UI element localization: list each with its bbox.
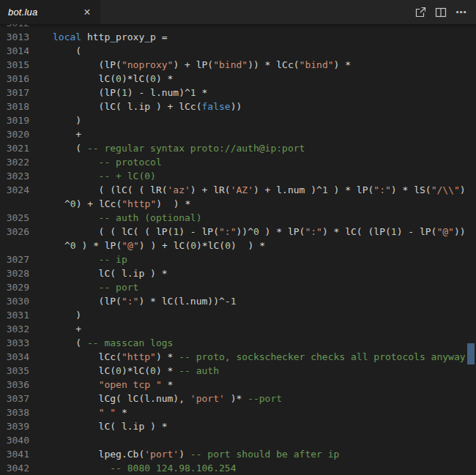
line-number: 3037 bbox=[0, 392, 29, 405]
code-line[interactable]: ^0 ) * lP("@") ) + lC(0)*lC(0) ) * bbox=[0, 239, 476, 253]
line-number: 3035 bbox=[0, 364, 29, 378]
line-number: 3012 bbox=[0, 24, 29, 30]
scrollbar[interactable] bbox=[466, 24, 476, 475]
line-number bbox=[0, 239, 29, 253]
line-number: 3041 bbox=[0, 447, 29, 461]
code-line[interactable]: 3026 ( ( lC( ( lP(1) - lP(":"))^0 ) * lP… bbox=[0, 225, 476, 239]
code-text: -- 8080 124.98.106.254 bbox=[53, 461, 236, 475]
tab-bot-lua[interactable]: bot.lua × bbox=[0, 0, 100, 24]
code-line[interactable]: 3038 " " * bbox=[0, 405, 476, 419]
code-text: -- auth (optional) bbox=[53, 211, 202, 225]
line-number bbox=[0, 197, 29, 211]
code-text: lC( l.ip ) * bbox=[53, 266, 168, 280]
code-area: 30123013local http_proxy_p =3014 (3015 (… bbox=[0, 24, 476, 475]
line-number: 3036 bbox=[0, 378, 29, 392]
code-text: lC( l.ip ) * bbox=[53, 419, 168, 433]
code-text: ) bbox=[53, 308, 81, 322]
code-line[interactable]: 3017 (lP(1) - l.num)^1 * bbox=[0, 86, 476, 100]
code-line[interactable]: 3024 ( (lC( ( lR('az') + lR('AZ') + l.nu… bbox=[0, 183, 476, 197]
line-number: 3031 bbox=[0, 308, 29, 322]
code-line[interactable]: 3042 -- 8080 124.98.106.254 bbox=[0, 461, 476, 475]
code-line[interactable]: 3022 -- protocol bbox=[0, 155, 476, 169]
line-number: 3023 bbox=[0, 169, 29, 183]
line-number: 3014 bbox=[0, 44, 29, 58]
open-changes-icon[interactable] bbox=[412, 4, 429, 21]
code-line[interactable]: 3013local http_proxy_p = bbox=[0, 30, 476, 44]
code-text: + bbox=[53, 127, 81, 141]
code-editor-window: bot.lua × ⋯ 30123013local http_proxy_p =… bbox=[0, 0, 476, 475]
code-text: -- protocol bbox=[53, 155, 162, 169]
line-number: 3022 bbox=[0, 155, 29, 169]
line-number: 3015 bbox=[0, 58, 29, 72]
code-line[interactable]: 3032 + bbox=[0, 322, 476, 336]
code-line[interactable]: 3029 -- port bbox=[0, 280, 476, 294]
code-text: (lP("noproxy") + lP("bind")) * lCc("bind… bbox=[53, 58, 351, 72]
line-number: 3019 bbox=[0, 113, 29, 127]
code-line[interactable]: 3039 lC( l.ip ) * bbox=[0, 419, 476, 433]
code-line[interactable]: 3036 "open tcp " * bbox=[0, 378, 476, 392]
code-text: ) bbox=[53, 113, 81, 127]
code-line[interactable]: 3021 ( -- regular syntax proto://auth@ip… bbox=[0, 141, 476, 155]
code-line[interactable]: 3041 lpeg.Cb('port') -- port should be a… bbox=[0, 447, 476, 461]
code-text: lpeg.Cb('port') -- port should be after … bbox=[53, 447, 339, 461]
code-line[interactable]: 3028 lC( l.ip ) * bbox=[0, 266, 476, 280]
code-text: ^0 ) * lP("@") ) + lC(0)*lC(0) ) * bbox=[64, 239, 265, 253]
code-line[interactable]: 3020 + bbox=[0, 127, 476, 141]
code-text: "open tcp " * bbox=[53, 378, 173, 392]
code-line[interactable]: 3040 bbox=[0, 433, 476, 447]
line-number: 3028 bbox=[0, 266, 29, 280]
more-actions-icon[interactable]: ⋯ bbox=[453, 4, 470, 21]
split-editor-icon[interactable] bbox=[432, 4, 450, 21]
line-number: 3040 bbox=[0, 433, 29, 447]
line-number: 3016 bbox=[0, 72, 29, 86]
line-number: 3024 bbox=[0, 183, 29, 197]
code-line[interactable]: ^0) + lCc("http") ) * bbox=[0, 197, 476, 211]
line-number: 3021 bbox=[0, 141, 29, 155]
code-line[interactable]: 3015 (lP("noproxy") + lP("bind")) * lCc(… bbox=[0, 58, 476, 72]
line-number: 3033 bbox=[0, 336, 29, 350]
line-number: 3027 bbox=[0, 253, 29, 266]
code-text: ( (lC( ( lR('az') + lR('AZ') + l.num )^1… bbox=[53, 183, 466, 197]
code-line[interactable]: 3012 bbox=[0, 24, 476, 30]
code-text: ( -- masscan logs bbox=[53, 336, 173, 350]
code-line[interactable]: 3035 lC(0)*lC(0) * -- auth bbox=[0, 364, 476, 378]
code-text: -- + lC(0) bbox=[53, 169, 156, 183]
line-number: 3039 bbox=[0, 419, 29, 433]
code-text: ( ( lC( ( lP(1) - lP(":"))^0 ) * lP(":")… bbox=[53, 225, 466, 239]
line-number: 3030 bbox=[0, 294, 29, 308]
tab-bar: bot.lua × ⋯ bbox=[0, 0, 476, 24]
line-number: 3029 bbox=[0, 280, 29, 294]
line-number: 3025 bbox=[0, 211, 29, 225]
code-text: (lP(":") * lC(l.num))^-1 bbox=[53, 294, 236, 308]
code-line[interactable]: 3031 ) bbox=[0, 308, 476, 322]
scrollbar-thumb[interactable] bbox=[467, 343, 475, 364]
editor[interactable]: 30123013local http_proxy_p =3014 (3015 (… bbox=[0, 24, 476, 475]
code-line[interactable]: 3019 ) bbox=[0, 113, 476, 127]
code-text: -- ip bbox=[53, 253, 127, 266]
code-line[interactable]: 3030 (lP(":") * lC(l.num))^-1 bbox=[0, 294, 476, 308]
close-icon[interactable]: × bbox=[80, 5, 94, 20]
line-number: 3020 bbox=[0, 127, 29, 141]
code-text: ( bbox=[53, 44, 81, 58]
code-line[interactable]: 3037 lCg( lC(l.num), 'port' )* --port bbox=[0, 392, 476, 405]
editor-actions: ⋯ bbox=[412, 0, 476, 24]
code-line[interactable]: 3023 -- + lC(0) bbox=[0, 169, 476, 183]
code-text: lCc("http") * -- proto, sockschecker che… bbox=[53, 350, 466, 364]
code-text: ^0) + lCc("http") ) * bbox=[64, 197, 190, 211]
code-line[interactable]: 3033 ( -- masscan logs bbox=[0, 336, 476, 350]
line-number: 3042 bbox=[0, 461, 29, 475]
code-line[interactable]: 3014 ( bbox=[0, 44, 476, 58]
line-number: 3026 bbox=[0, 225, 29, 239]
code-text: ( -- regular syntax proto://auth@ip:port bbox=[53, 141, 305, 155]
code-line[interactable]: 3016 lC(0)*lC(0) * bbox=[0, 72, 476, 86]
code-line[interactable]: 3034 lCc("http") * -- proto, sockschecke… bbox=[0, 350, 476, 364]
code-text: lCg( lC(l.num), 'port' )* --port bbox=[53, 392, 282, 405]
line-number: 3018 bbox=[0, 100, 29, 113]
code-line[interactable]: 3018 (lC( l.ip ) + lCc(false)) bbox=[0, 100, 476, 113]
code-text: lC(0)*lC(0) * bbox=[53, 72, 173, 86]
line-number: 3013 bbox=[0, 30, 29, 44]
code-line[interactable]: 3025 -- auth (optional) bbox=[0, 211, 476, 225]
code-line[interactable]: 3027 -- ip bbox=[0, 253, 476, 266]
line-number: 3034 bbox=[0, 350, 29, 364]
code-text: local http_proxy_p = bbox=[53, 30, 168, 44]
